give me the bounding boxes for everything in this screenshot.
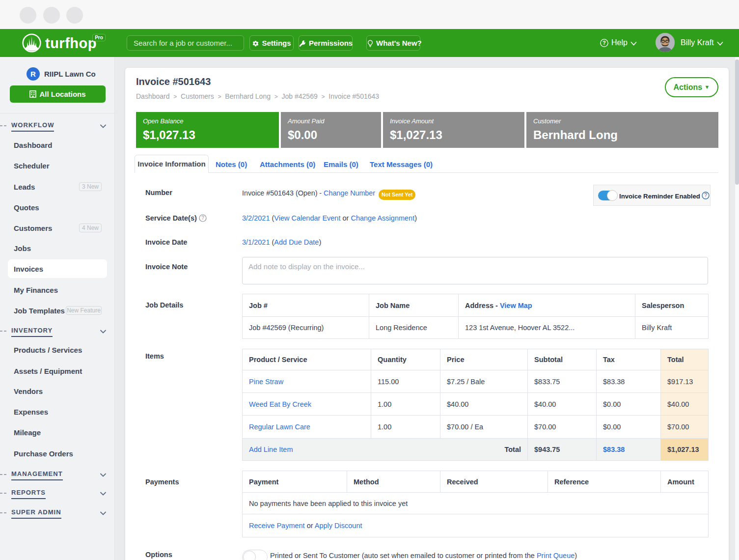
svg-text:?: ? <box>602 40 605 46</box>
svg-text:?: ? <box>201 215 204 221</box>
svg-text:?: ? <box>704 193 707 198</box>
